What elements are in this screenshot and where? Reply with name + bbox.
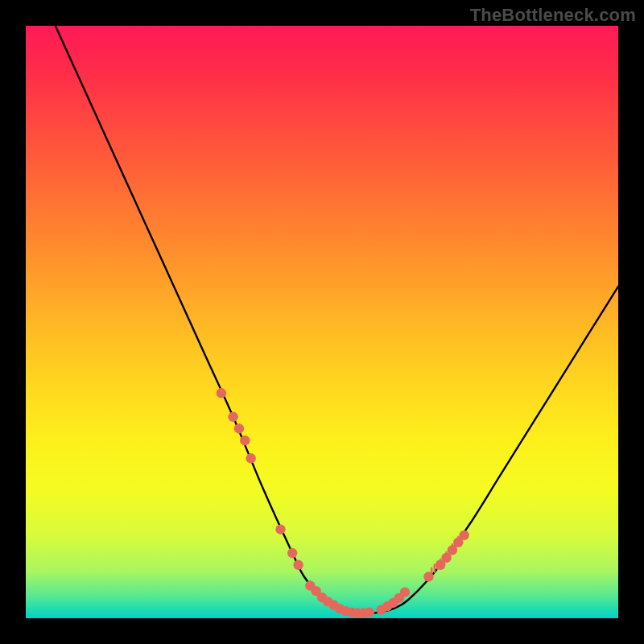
marker-dot	[246, 453, 255, 463]
marker-dot	[287, 548, 297, 558]
marker-dot	[240, 436, 250, 445]
chart-svg	[26, 26, 618, 618]
marker-dot	[217, 388, 226, 398]
watermark-text: TheBottleneck.com	[470, 5, 636, 26]
marker-dot	[423, 572, 433, 581]
marker-dot	[459, 530, 469, 540]
plot-area	[26, 26, 618, 618]
marker-dot	[275, 524, 285, 534]
outer-frame: TheBottleneck.com	[0, 0, 644, 644]
marker-dot	[228, 412, 237, 422]
marker-dot	[234, 423, 244, 433]
bottleneck-curve	[56, 26, 618, 613]
marker-layer	[217, 388, 469, 617]
marker-dot	[293, 560, 303, 570]
marker-dot	[365, 607, 374, 617]
marker-dot	[400, 587, 410, 597]
